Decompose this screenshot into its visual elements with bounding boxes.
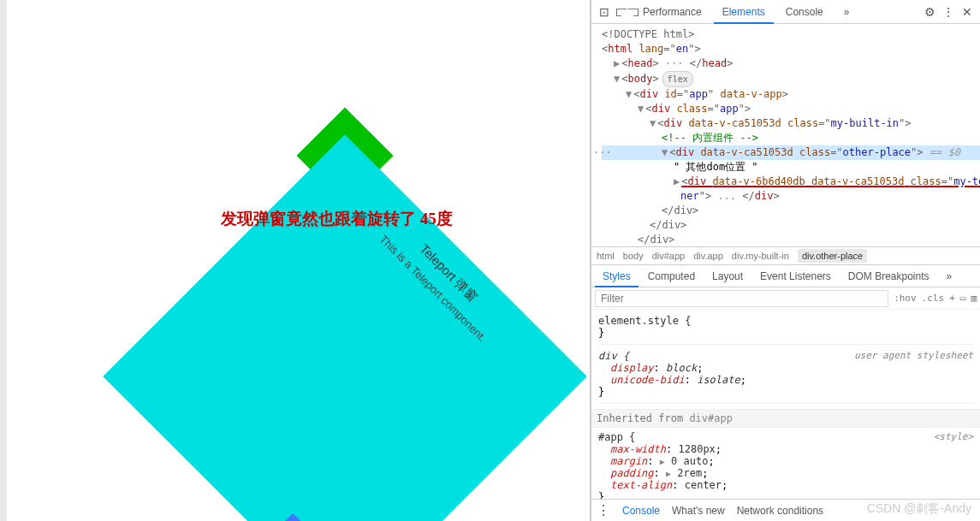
styles-filter-input[interactable] [595, 290, 888, 307]
devtools-panel: ⊡ ⫍⫎ Performance Elements Console » ⚙ ⋮ … [591, 0, 980, 521]
devtools-tabs: ⊡ ⫍⫎ Performance Elements Console » ⚙ ⋮ … [591, 0, 980, 24]
app-rule[interactable]: <style> #app { max-width: 1280px; margin… [598, 431, 973, 499]
comment-node: <!-- 内置组件 --> [662, 132, 758, 144]
computed-panel-icon[interactable]: ▭ [960, 293, 966, 304]
tab-layout[interactable]: Layout [704, 265, 751, 287]
crumb-other-place[interactable]: div.other-place [798, 249, 867, 263]
gear-icon[interactable]: ⚙ [922, 5, 937, 19]
tab-computed[interactable]: Computed [640, 265, 703, 287]
new-rule-icon[interactable]: + [949, 293, 955, 304]
collapse-icon[interactable]: ▼ [614, 73, 620, 85]
drawer-network[interactable]: Network conditions [737, 505, 823, 517]
close-icon[interactable]: ✕ [959, 5, 975, 19]
tab-listeners[interactable]: Event Listeners [752, 265, 839, 287]
modal-subtitle: This is a Teleport component. [307, 163, 558, 413]
tab-dom-breakpoints[interactable]: DOM Breakpoints [840, 265, 937, 287]
crumb-app-class[interactable]: div.app [693, 251, 723, 261]
inherited-header: Inherited from div#app [591, 409, 980, 428]
drawer-whatsnew[interactable]: What's new [672, 505, 725, 517]
teleport-modal: Teleport 弹窗 This is a Teleport component… [103, 134, 587, 521]
styles-body[interactable]: element.style { } user agent stylesheet … [591, 310, 980, 499]
breadcrumb: html body div#app div.app div.my-built-i… [591, 246, 980, 265]
styles-tabs: Styles Computed Layout Event Listeners D… [591, 265, 980, 287]
crumb-builtin[interactable]: div.my-built-in [732, 251, 789, 261]
tab-styles[interactable]: Styles [595, 265, 638, 287]
tab-more[interactable]: » [939, 265, 960, 287]
expand-icon[interactable]: ▶ [614, 57, 620, 69]
close-teleport-button[interactable]: 关闭teleport 弹窗 [275, 513, 362, 521]
doctype: <!DOCTYPE html> [602, 28, 694, 40]
crumb-html[interactable]: html [597, 251, 615, 261]
crumb-body[interactable]: body [623, 251, 644, 261]
tab-elements[interactable]: Elements [714, 0, 774, 24]
drawer-tabs: ⋮ Console What's new Network conditions [591, 499, 980, 521]
page-preview: 其他dom位置 Teleport 弹窗 This is a Teleport c… [0, 0, 591, 521]
element-style-rule[interactable]: element.style { } [598, 315, 973, 345]
hov-toggle[interactable]: :hov [894, 293, 917, 304]
layout-panel-icon[interactable]: ▥ [971, 293, 977, 304]
modal-title: Teleport 弹窗 [321, 146, 574, 400]
modal-content: Teleport 弹窗 This is a Teleport component… [307, 146, 575, 414]
drawer-menu-icon[interactable]: ⋮ [597, 502, 610, 518]
tab-performance[interactable]: Performance [634, 0, 710, 24]
dom-tree[interactable]: <!DOCTYPE html> <html lang="en"> ▶<head>… [591, 24, 980, 246]
flex-badge[interactable]: flex [662, 71, 693, 87]
drawer-console[interactable]: Console [622, 505, 660, 517]
device-icon[interactable]: ⫍⫎ [615, 5, 631, 19]
text-node: " 其他dom位置 " [674, 161, 758, 173]
crumb-app-id[interactable]: div#app [652, 251, 686, 261]
annotation-text: 发现弹窗竟然也跟着旋转了 45度 [221, 208, 453, 230]
cls-toggle[interactable]: .cls [922, 293, 945, 304]
filter-row: :hov .cls + ▭ ▥ [591, 287, 980, 310]
selected-node[interactable]: ···▼<div data-v-ca51053d class="other-pl… [602, 145, 980, 160]
div-rule[interactable]: user agent stylesheet div { display: blo… [598, 350, 973, 404]
tab-console[interactable]: Console [777, 0, 832, 24]
kebab-icon[interactable]: ⋮ [941, 5, 956, 19]
tab-more[interactable]: » [835, 0, 858, 24]
inspect-icon[interactable]: ⊡ [597, 5, 612, 19]
